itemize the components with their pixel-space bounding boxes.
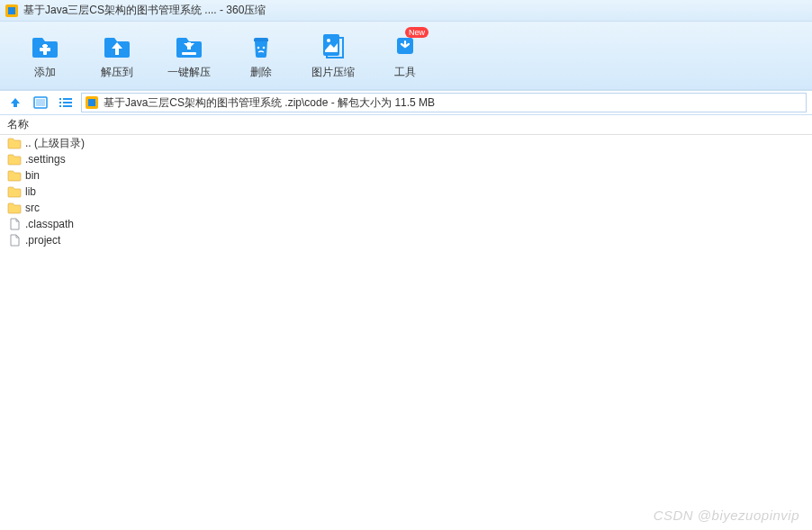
toolbar-label: 一键解压 bbox=[167, 65, 211, 80]
one-click-extract-icon bbox=[173, 32, 205, 59]
add-icon bbox=[29, 32, 61, 59]
column-name: 名称 bbox=[7, 117, 29, 132]
nav-bar: 基于Java三层CS架构的图书管理系统 .zip\code - 解包大小为 11… bbox=[0, 90, 812, 115]
app-icon bbox=[5, 4, 18, 17]
toolbar-label: 图片压缩 bbox=[311, 65, 355, 80]
folder-icon bbox=[7, 137, 22, 149]
one-click-extract-button[interactable]: 一键解压 bbox=[153, 29, 225, 85]
file-icon bbox=[7, 234, 22, 247]
title-bar: 基于Java三层CS架构的图书管理系统 .... - 360压缩 bbox=[0, 0, 812, 22]
list-item[interactable]: .. (上级目录) bbox=[0, 135, 812, 151]
svg-rect-5 bbox=[40, 48, 50, 51]
toolbar-label: 添加 bbox=[34, 65, 56, 80]
list-item[interactable]: bin bbox=[0, 167, 812, 184]
archive-icon bbox=[86, 96, 98, 109]
list-item[interactable]: .settings bbox=[0, 151, 812, 167]
list-item[interactable]: lib bbox=[0, 184, 812, 200]
path-box[interactable]: 基于Java三层CS架构的图书管理系统 .zip\code - 解包大小为 11… bbox=[81, 93, 807, 112]
toolbar-label: 解压到 bbox=[101, 65, 133, 80]
file-name: lib bbox=[25, 185, 36, 198]
delete-icon bbox=[245, 32, 277, 59]
svg-rect-18 bbox=[59, 102, 61, 103]
svg-point-9 bbox=[257, 47, 260, 49]
svg-rect-6 bbox=[115, 48, 119, 55]
svg-rect-23 bbox=[88, 99, 95, 106]
list-item[interactable]: src bbox=[0, 200, 812, 216]
extract-to-icon bbox=[101, 32, 133, 59]
extract-to-button[interactable]: 解压到 bbox=[81, 29, 153, 85]
svg-rect-1 bbox=[8, 7, 15, 14]
svg-rect-19 bbox=[63, 102, 72, 103]
list-item[interactable]: .project bbox=[0, 232, 812, 248]
view-thumbnail-icon[interactable] bbox=[31, 93, 50, 112]
svg-rect-20 bbox=[59, 105, 61, 107]
folder-icon bbox=[7, 202, 22, 214]
file-name: .project bbox=[25, 234, 60, 247]
folder-icon bbox=[7, 185, 22, 198]
delete-button[interactable]: 删除 bbox=[225, 29, 297, 85]
image-compress-icon bbox=[317, 32, 349, 59]
file-list: .. (上级目录).settingsbinlibsrc.classpath.pr… bbox=[0, 135, 812, 530]
file-name: .classpath bbox=[25, 218, 74, 230]
file-name: bin bbox=[25, 169, 40, 182]
file-name: .. (上级目录) bbox=[25, 136, 85, 151]
list-item[interactable]: .classpath bbox=[0, 216, 812, 232]
image-compress-button[interactable]: 图片压缩 bbox=[297, 29, 369, 85]
window-title: 基于Java三层CS架构的图书管理系统 .... - 360压缩 bbox=[23, 3, 266, 18]
file-icon bbox=[7, 218, 22, 230]
svg-point-10 bbox=[263, 47, 266, 49]
add-button[interactable]: 添加 bbox=[9, 29, 81, 85]
svg-rect-7 bbox=[182, 52, 196, 55]
toolbar-label: 工具 bbox=[394, 65, 416, 80]
file-name: .settings bbox=[25, 153, 66, 166]
folder-icon bbox=[7, 169, 22, 182]
file-name: src bbox=[25, 202, 40, 214]
tools-button[interactable]: New工具 bbox=[369, 29, 441, 85]
svg-rect-21 bbox=[63, 105, 72, 107]
folder-icon bbox=[7, 153, 22, 166]
path-text: 基于Java三层CS架构的图书管理系统 .zip\code - 解包大小为 11… bbox=[104, 95, 435, 111]
svg-rect-17 bbox=[63, 98, 72, 100]
toolbar: 添加解压到一键解压删除图片压缩New工具 bbox=[0, 22, 812, 90]
view-list-icon[interactable] bbox=[56, 93, 76, 112]
new-badge: New bbox=[405, 27, 429, 38]
svg-point-12 bbox=[327, 39, 330, 42]
svg-rect-16 bbox=[59, 98, 61, 100]
up-icon[interactable] bbox=[5, 93, 25, 112]
svg-rect-15 bbox=[36, 99, 45, 106]
column-header[interactable]: 名称 bbox=[0, 115, 812, 135]
toolbar-label: 删除 bbox=[250, 65, 272, 80]
